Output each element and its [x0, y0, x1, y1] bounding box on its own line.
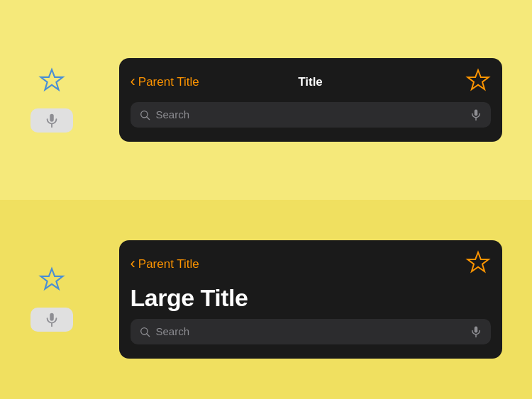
nav-title-compact: Title — [298, 75, 323, 89]
nav-row-large: ‹ Parent Title — [131, 250, 491, 279]
nav-panel-compact: ‹ Parent Title Title — [119, 58, 502, 142]
search-placeholder-large: Search — [156, 325, 464, 337]
svg-rect-4 — [474, 109, 477, 116]
chevron-left-icon-large: ‹ — [131, 256, 135, 271]
nav-row-wrapper: ‹ Parent Title Title — [131, 68, 491, 96]
star-blue-icon-bottom[interactable] — [38, 266, 65, 293]
sidebar-strip-bottom — [0, 200, 103, 400]
svg-rect-0 — [50, 114, 54, 122]
search-bar-large[interactable]: Search — [131, 319, 491, 344]
svg-line-9 — [146, 333, 149, 336]
svg-line-3 — [146, 116, 149, 119]
nav-back-button[interactable]: ‹ Parent Title — [131, 74, 199, 89]
nav-bar-compact: ‹ Parent Title Title — [119, 58, 502, 142]
search-icon-large — [139, 326, 150, 337]
search-placeholder-compact: Search — [156, 108, 464, 120]
nav-bar-large: ‹ Parent Title Large Title S — [119, 240, 502, 359]
search-bar-compact[interactable]: Search — [131, 102, 491, 128]
favorite-button-large[interactable] — [465, 250, 491, 279]
star-blue-icon[interactable] — [38, 67, 65, 94]
mic-button-bottom[interactable] — [31, 308, 73, 332]
svg-rect-6 — [50, 313, 54, 321]
nav-parent-title: Parent Title — [138, 75, 199, 89]
phone-frame: ‹ Parent Title Title — [0, 0, 532, 399]
nav-back-button-large[interactable]: ‹ Parent Title — [131, 257, 199, 271]
large-title: Large Title — [131, 284, 491, 312]
search-icon-compact — [139, 109, 150, 120]
chevron-left-icon: ‹ — [131, 74, 135, 89]
nav-panel-large: ‹ Parent Title Large Title S — [119, 240, 502, 359]
mic-icon-compact[interactable] — [470, 108, 482, 121]
mic-icon-large[interactable] — [470, 325, 482, 338]
mic-button-top[interactable] — [31, 108, 73, 133]
section-bottom: ‹ Parent Title Large Title S — [0, 200, 532, 400]
nav-parent-title-large: Parent Title — [138, 257, 199, 271]
sidebar-strip-top — [0, 0, 103, 200]
favorite-button-top[interactable] — [465, 68, 491, 96]
section-top: ‹ Parent Title Title — [0, 0, 532, 200]
svg-rect-10 — [474, 326, 477, 332]
